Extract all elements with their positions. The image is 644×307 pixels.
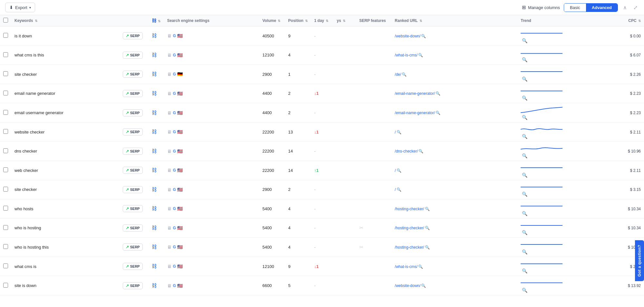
serp-button[interactable]: ↗ SERP bbox=[123, 263, 143, 270]
trend-zoom-icon[interactable]: 🔍 bbox=[522, 288, 527, 293]
volume-header[interactable]: Volume ⇅ bbox=[259, 15, 285, 26]
row-checkbox[interactable] bbox=[3, 225, 8, 230]
link-icon[interactable]: ⛓ bbox=[152, 244, 157, 250]
row-checkbox[interactable] bbox=[3, 71, 8, 76]
link-icon[interactable]: ⛓ bbox=[152, 167, 157, 173]
ranked-url-header[interactable]: Ranked URL ⇅ bbox=[391, 15, 517, 26]
position-header[interactable]: Position ⇅ bbox=[285, 15, 311, 26]
collapse-button[interactable]: ∧ bbox=[622, 3, 628, 12]
link-icon[interactable]: ⛓ bbox=[152, 148, 157, 154]
ranked-search-icon[interactable]: 🔍 bbox=[421, 34, 426, 38]
trend-zoom-icon[interactable]: 🔍 bbox=[522, 38, 527, 43]
ranked-url-link[interactable]: /what-is-cms/ bbox=[395, 53, 418, 57]
ranked-search-icon[interactable]: 🔍 bbox=[397, 168, 401, 173]
export-button[interactable]: ⬇ Export ▾ bbox=[5, 3, 35, 12]
basic-view-button[interactable]: Basic bbox=[564, 4, 586, 12]
ranked-url-link[interactable]: /hosting-checker/ bbox=[395, 207, 424, 211]
row-checkbox[interactable] bbox=[3, 187, 8, 192]
ranked-url-link[interactable]: /hosting-checker/ bbox=[395, 245, 424, 250]
serp-button[interactable]: ↗ SERP bbox=[123, 186, 143, 193]
serp-button[interactable]: ↗ SERP bbox=[123, 224, 143, 232]
ranked-url-link[interactable]: / bbox=[395, 168, 396, 173]
serp-button[interactable]: ↗ SERP bbox=[123, 128, 143, 135]
row-checkbox[interactable] bbox=[3, 110, 8, 115]
row-checkbox[interactable] bbox=[3, 263, 8, 268]
row-checkbox[interactable] bbox=[3, 244, 8, 249]
row-checkbox[interactable] bbox=[3, 52, 8, 57]
trend-zoom-icon[interactable]: 🔍 bbox=[522, 268, 527, 273]
link-header[interactable]: ⛓ ⇅ bbox=[149, 15, 164, 26]
ranked-url-link[interactable]: /website-down/ bbox=[395, 34, 420, 38]
serp-button[interactable]: ↗ SERP bbox=[123, 52, 143, 59]
trend-zoom-icon[interactable]: 🔍 bbox=[522, 153, 527, 158]
day1-header[interactable]: 1 day ⇅ bbox=[311, 15, 333, 26]
trend-zoom-icon[interactable]: 🔍 bbox=[522, 76, 527, 82]
serp-button[interactable]: ↗ SERP bbox=[123, 109, 143, 116]
row-checkbox[interactable] bbox=[3, 129, 8, 134]
ranked-search-icon[interactable]: 🔍 bbox=[397, 130, 401, 134]
ranked-url-link[interactable]: / bbox=[395, 130, 396, 134]
serp-button[interactable]: ↗ SERP bbox=[123, 90, 143, 97]
ranked-url-link[interactable]: /dns-checker/ bbox=[395, 149, 418, 154]
advanced-view-button[interactable]: Advanced bbox=[586, 4, 618, 12]
ranked-url-link[interactable]: /email-name-generator/ bbox=[395, 111, 435, 115]
days-header[interactable]: ys ⇅ bbox=[333, 15, 356, 26]
ranked-url-link[interactable]: / bbox=[395, 187, 396, 192]
link-icon[interactable]: ⛓ bbox=[152, 206, 157, 211]
link-icon[interactable]: ⛓ bbox=[152, 263, 157, 269]
ranked-search-icon[interactable]: 🔍 bbox=[425, 207, 430, 211]
ranked-search-icon[interactable]: 🔍 bbox=[436, 91, 440, 96]
link-icon[interactable]: ⛓ bbox=[152, 225, 157, 231]
trend-zoom-icon[interactable]: 🔍 bbox=[522, 230, 527, 235]
trend-zoom-icon[interactable]: 🔍 bbox=[522, 211, 527, 216]
ranked-url-link[interactable]: /email-name-generator/ bbox=[395, 91, 435, 96]
serp-button[interactable]: ↗ SERP bbox=[123, 148, 143, 155]
serp-button[interactable]: ↗ SERP bbox=[123, 205, 143, 212]
select-all-checkbox[interactable] bbox=[3, 18, 8, 23]
serp-button[interactable]: ↗ SERP bbox=[123, 71, 143, 78]
serp-button[interactable]: ↗ SERP bbox=[123, 282, 143, 289]
link-icon[interactable]: ⛓ bbox=[152, 91, 157, 96]
ranked-search-icon[interactable]: 🔍 bbox=[397, 187, 401, 192]
manage-columns-button[interactable]: ⊞ Manage columns bbox=[522, 5, 560, 10]
trend-zoom-icon[interactable]: 🔍 bbox=[522, 115, 527, 120]
trend-zoom-icon[interactable]: 🔍 bbox=[522, 173, 527, 178]
trend-zoom-icon[interactable]: 🔍 bbox=[522, 134, 527, 139]
serp-button[interactable]: ↗ SERP bbox=[123, 243, 143, 251]
serp-button[interactable]: ↗ SERP bbox=[123, 167, 143, 174]
ranked-search-icon[interactable]: 🔍 bbox=[418, 264, 423, 269]
trend-zoom-icon[interactable]: 🔍 bbox=[522, 192, 527, 197]
ranked-url-link[interactable]: /website-down/ bbox=[395, 283, 420, 288]
row-checkbox[interactable] bbox=[3, 148, 8, 153]
trend-zoom-icon[interactable]: 🔍 bbox=[522, 249, 527, 254]
fullscreen-button[interactable]: ⤢ bbox=[632, 3, 639, 12]
ranked-search-icon[interactable]: 🔍 bbox=[425, 245, 430, 250]
row-checkbox[interactable] bbox=[3, 33, 8, 38]
link-icon[interactable]: ⛓ bbox=[152, 187, 157, 192]
ranked-search-icon[interactable]: 🔍 bbox=[436, 111, 440, 115]
link-icon[interactable]: ⛓ bbox=[152, 33, 157, 38]
ranked-url-link[interactable]: /hosting-checker/ bbox=[395, 226, 424, 230]
keywords-header[interactable]: Keywords ⇅ bbox=[11, 15, 120, 26]
link-icon[interactable]: ⛓ bbox=[152, 129, 157, 134]
row-checkbox[interactable] bbox=[3, 206, 8, 211]
trend-zoom-icon[interactable]: 🔍 bbox=[522, 57, 527, 62]
got-question-button[interactable]: Got a question? bbox=[635, 240, 644, 281]
row-checkbox[interactable] bbox=[3, 283, 8, 288]
ranked-search-icon[interactable]: 🔍 bbox=[425, 226, 430, 230]
ranked-search-icon[interactable]: 🔍 bbox=[418, 149, 423, 154]
row-checkbox[interactable] bbox=[3, 167, 8, 172]
row-checkbox[interactable] bbox=[3, 91, 8, 95]
trend-zoom-icon[interactable]: 🔍 bbox=[522, 95, 527, 101]
ranked-search-icon[interactable]: 🔍 bbox=[418, 53, 423, 57]
link-icon[interactable]: ⛓ bbox=[152, 71, 157, 77]
ranked-url-link[interactable]: /de/ bbox=[395, 72, 401, 77]
link-icon[interactable]: ⛓ bbox=[152, 110, 157, 115]
ranked-url-link[interactable]: /what-is-cms/ bbox=[395, 264, 418, 269]
ranked-search-icon[interactable]: 🔍 bbox=[421, 283, 426, 288]
link-icon[interactable]: ⛓ bbox=[152, 283, 157, 288]
ranked-search-icon[interactable]: 🔍 bbox=[402, 72, 407, 77]
serp-button[interactable]: ↗ SERP bbox=[123, 32, 143, 39]
cpc-header[interactable]: CPC ⇅ bbox=[618, 15, 644, 26]
link-icon[interactable]: ⛓ bbox=[152, 52, 157, 58]
